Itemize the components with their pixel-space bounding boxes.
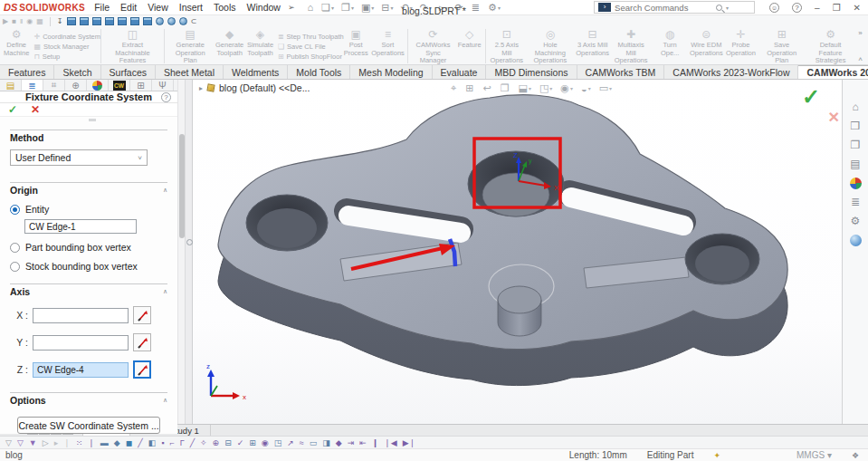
solidworks-resources-icon[interactable]: ❒ — [851, 120, 861, 132]
tab-mold-tools[interactable]: Mold Tools — [288, 65, 350, 79]
edit-appearance-icon[interactable]: ◒▾ — [581, 83, 591, 94]
angle-icon[interactable]: Γ — [180, 437, 185, 448]
account-icon[interactable]: ☺ — [769, 3, 779, 13]
radio-dot[interactable] — [10, 205, 20, 215]
menu-item[interactable]: File — [94, 2, 110, 13]
ok-button[interactable]: ✓ — [8, 103, 17, 116]
previous-view-icon[interactable]: ↩ — [482, 82, 491, 94]
axis25-mill-operations-button[interactable]: ⊡2.5 Axis Mill Operations — [488, 27, 527, 65]
collapse-icon[interactable]: ∧ — [163, 397, 167, 404]
camworks-tools-tab[interactable]: Ψ — [152, 80, 174, 91]
extract-machinable-features-button[interactable]: ◫ Extract Machinable Features — [103, 27, 162, 65]
menu-item[interactable]: Insert — [179, 2, 203, 13]
stock-sphere-icon[interactable] — [156, 17, 164, 25]
prev-marker-icon[interactable]: ❘◀ — [384, 437, 396, 448]
stock-cube-icon[interactable] — [118, 17, 127, 25]
solid-tool-icon[interactable]: ◼ — [126, 437, 132, 448]
new-document-icon[interactable]: ❏▾ — [321, 2, 334, 14]
stock-bounding-box-radio[interactable]: Stock bounding box vertex — [10, 261, 167, 272]
x-axis-input[interactable] — [33, 308, 129, 323]
generate-operation-plan-button[interactable]: ▤Generate Operation Plan — [167, 27, 214, 65]
custom-properties-icon[interactable]: ≣ — [851, 197, 860, 208]
separator[interactable] — [50, 17, 51, 26]
dimxpert-manager-tab[interactable]: ⊕ — [65, 80, 87, 91]
save-operation-plan-button[interactable]: ⊞Save Operation Plan — [758, 27, 806, 65]
search-icon[interactable] — [716, 5, 722, 11]
sort-operations-button[interactable]: ≡Sort Operations — [370, 27, 406, 65]
tab-mbd-dimensions[interactable]: MBD Dimensions — [486, 65, 577, 79]
confirm-corner-ok[interactable]: ✓ — [802, 87, 820, 107]
offset-icon[interactable]: ◨ — [322, 437, 330, 448]
view-orientation-icon[interactable]: ⬓▾ — [519, 82, 531, 94]
stock-manager-button[interactable]: ▦Stock Manager — [33, 43, 95, 51]
coordinate-system-button[interactable]: ✛Coordinate System — [33, 33, 95, 41]
tab-sketch[interactable]: Sketch — [54, 65, 100, 79]
multiaxis-mill-operations-button[interactable]: ✚Multiaxis Mill Operations — [611, 27, 652, 65]
filter-faces-icon[interactable]: ▼ — [29, 437, 37, 448]
trim-icon[interactable]: ⊟ — [224, 437, 232, 448]
appearances-tab[interactable] — [87, 80, 109, 91]
stock-cube-icon[interactable] — [80, 17, 89, 25]
y-axis-pick-button[interactable] — [133, 333, 151, 351]
move-icon[interactable]: ↗ — [287, 437, 294, 448]
pause-icon[interactable]: ‖ — [20, 16, 23, 26]
menu-item[interactable]: View — [148, 2, 168, 13]
design-library-icon[interactable]: ❐ — [851, 139, 861, 151]
save-icon[interactable]: ▣▾ — [361, 2, 374, 14]
separator[interactable]: ❘ — [63, 437, 71, 448]
zoom-to-area-icon[interactable]: ⊞ — [465, 82, 474, 94]
units-selector[interactable]: MMGS ▾ — [796, 450, 832, 460]
collaboration-icon[interactable]: ✦ — [713, 451, 720, 460]
stock-sphere-icon[interactable] — [179, 17, 187, 25]
pin-menu-icon[interactable]: ➢ — [288, 3, 295, 12]
zoom-to-fit-icon[interactable]: ⌖ — [451, 82, 457, 94]
publish-shopfloor-button[interactable]: ⊞Publish ShopFloor — [278, 53, 339, 61]
point-tool-icon[interactable]: ⁙ — [76, 437, 83, 448]
hide-show-items-icon[interactable]: ◉▾ — [560, 82, 573, 94]
panel-resize-handle[interactable] — [89, 119, 96, 121]
part-3d-view[interactable]: Z y X x z — [193, 80, 842, 424]
probe-operation-button[interactable]: ✛Probe Operation — [724, 27, 757, 65]
search-commands-box[interactable]: › ▾ — [594, 1, 755, 14]
help-icon[interactable]: ? — [792, 3, 802, 13]
restore-button[interactable]: ❐ — [833, 3, 841, 13]
turn-operations-button[interactable]: ◍Turn Ope... — [652, 27, 689, 65]
select-other-icon[interactable]: ▸ — [54, 437, 59, 448]
polygon-tool-icon[interactable]: ◆ — [114, 437, 120, 448]
setup-button[interactable]: ⊓Setup — [33, 53, 95, 61]
menu-item[interactable]: Edit — [120, 2, 137, 13]
dimension-icon[interactable]: ⊕ — [213, 437, 220, 448]
tab-surfaces[interactable]: Surfaces — [101, 65, 156, 79]
tag-icon[interactable]: ❖ — [852, 451, 859, 460]
define-machine-button[interactable]: ⚙ Define Machine — [2, 27, 31, 65]
stock-cube-icon[interactable] — [143, 17, 152, 25]
tab-camworks-tbm[interactable]: CAMWorks TBM — [577, 65, 665, 79]
camworks-feature-tree-tab[interactable]: CW — [109, 80, 130, 91]
stock-sphere-icon[interactable] — [167, 17, 176, 25]
stock-cube-icon[interactable] — [105, 17, 114, 25]
filter-vertices-icon[interactable]: ▽ — [17, 437, 24, 448]
confirm-corner-cancel[interactable]: ✕ — [828, 109, 840, 126]
hole-machining-operations-button[interactable]: ◎Hole Machining Operations — [526, 27, 575, 65]
slot-icon[interactable]: ▭ — [310, 437, 318, 448]
tab-weldments[interactable]: Weldments — [224, 65, 288, 79]
entity-input[interactable]: CW Edge-1 — [24, 219, 137, 234]
generate-toolpath-button[interactable]: ◆Generate Toolpath — [214, 27, 245, 65]
collapse-icon[interactable]: ∧ — [163, 288, 167, 295]
home-icon[interactable]: ⌂ — [307, 2, 314, 13]
camworks-sync-manager-button[interactable]: ⟳CAMWorks Sync Manager — [410, 27, 456, 65]
grid-icon[interactable]: ▦ — [36, 16, 43, 26]
pattern-icon[interactable]: ◳ — [274, 437, 282, 448]
play-icon[interactable]: ▶ — [3, 16, 8, 26]
convert-icon[interactable]: ◆ — [336, 437, 342, 448]
spline-icon[interactable]: ✧ — [200, 437, 207, 448]
menu-item[interactable]: Tools — [214, 2, 236, 13]
check-sketch-icon[interactable]: ✓ — [237, 437, 244, 448]
mirror-icon[interactable]: ⊞ — [249, 437, 256, 448]
jog-icon[interactable]: ⇤ — [359, 437, 367, 448]
entity-radio[interactable]: Entity — [10, 204, 167, 215]
section-view-icon[interactable]: ❐ — [501, 82, 510, 94]
cancel-button[interactable]: ✕ — [31, 103, 40, 116]
graphics-viewport[interactable]: ▸ blog (Default) <<De... ⌖⊞↩❐⬓▾◳▾◉▾◒▾▭▾ … — [193, 80, 842, 424]
create-sw-coordinate-system-button[interactable]: Create SW Coordinate System ... — [17, 417, 160, 434]
